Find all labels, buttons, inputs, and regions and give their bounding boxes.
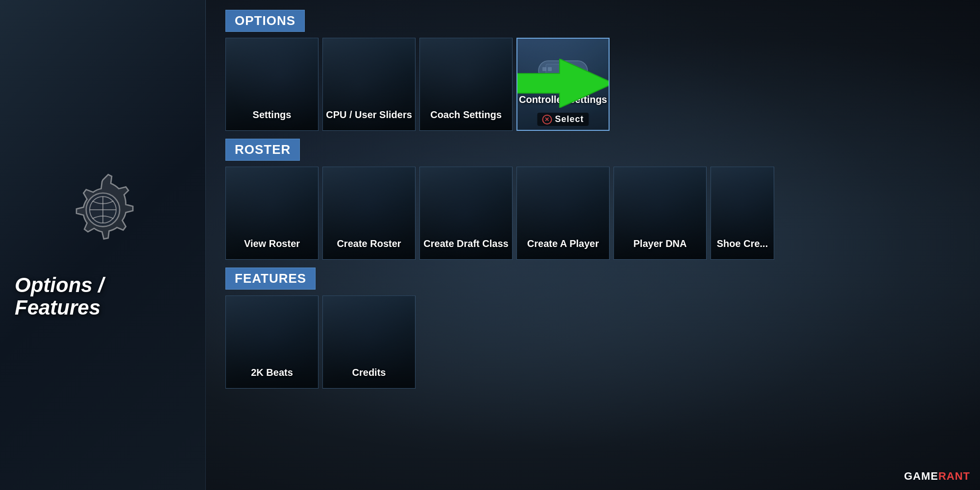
player-dna-tile[interactable]: Player DNA bbox=[613, 167, 707, 260]
settings-tile[interactable]: Settings bbox=[225, 38, 318, 131]
cpu-user-sliders-tile[interactable]: CPU / User Sliders bbox=[322, 38, 416, 131]
features-header: FEATURES bbox=[225, 268, 316, 290]
circle-x-icon: ✕ bbox=[542, 115, 552, 124]
view-roster-tile[interactable]: View Roster bbox=[225, 167, 318, 260]
create-draft-class-label: Create Draft Class bbox=[423, 238, 508, 249]
arrow-indicator bbox=[516, 59, 610, 110]
2k-beats-label: 2K Beats bbox=[251, 367, 293, 378]
green-arrow-icon bbox=[516, 59, 610, 108]
options-grid: Settings CPU / User Sliders Coach Settin… bbox=[225, 38, 970, 131]
create-a-player-tile[interactable]: Create A Player bbox=[516, 167, 610, 260]
cpu-sliders-label: CPU / User Sliders bbox=[326, 109, 412, 121]
2k-beats-tile[interactable]: 2K Beats bbox=[225, 295, 318, 389]
create-draft-class-tile[interactable]: Create Draft Class bbox=[419, 167, 513, 260]
watermark-text: GAMERANT bbox=[904, 470, 970, 482]
coach-settings-tile[interactable]: Coach Settings bbox=[419, 38, 513, 131]
player-dna-label: Player DNA bbox=[634, 238, 687, 249]
watermark-game: GAME bbox=[904, 470, 938, 482]
settings-label: Settings bbox=[253, 109, 292, 121]
gear-basketball-icon bbox=[59, 171, 147, 259]
create-roster-tile[interactable]: Create Roster bbox=[322, 167, 416, 260]
credits-tile[interactable]: Credits bbox=[322, 295, 416, 389]
main-content: OPTIONS Settings CPU / User Sliders Coac… bbox=[206, 0, 980, 490]
options-section: OPTIONS Settings CPU / User Sliders Coac… bbox=[225, 10, 970, 131]
svg-marker-8 bbox=[516, 59, 610, 108]
roster-grid: View Roster Create Roster Create Draft C… bbox=[225, 167, 970, 260]
shoe-creator-tile[interactable]: Shoe Cre... bbox=[710, 167, 774, 260]
select-badge: ✕ Select bbox=[537, 113, 588, 126]
credits-label: Credits bbox=[352, 367, 386, 378]
create-roster-label: Create Roster bbox=[337, 238, 401, 249]
controller-settings-tile[interactable]: Controller Settings ✕ Select bbox=[516, 38, 610, 131]
watermark-rant: RANT bbox=[938, 470, 970, 482]
select-text: Select bbox=[555, 114, 584, 124]
shoe-creator-label: Shoe Cre... bbox=[717, 238, 768, 249]
page-title: Options / Features bbox=[0, 274, 205, 319]
roster-header: ROSTER bbox=[225, 139, 300, 161]
features-grid: 2K Beats Credits bbox=[225, 295, 970, 389]
features-section: FEATURES 2K Beats Credits bbox=[225, 268, 970, 389]
view-roster-label: View Roster bbox=[244, 238, 300, 249]
roster-section: ROSTER View Roster Create Roster Create … bbox=[225, 139, 970, 260]
options-header: OPTIONS bbox=[225, 10, 305, 32]
create-a-player-label: Create A Player bbox=[527, 238, 599, 249]
watermark: GAMERANT bbox=[904, 470, 970, 483]
left-panel: Options / Features bbox=[0, 0, 206, 490]
coach-settings-label: Coach Settings bbox=[430, 109, 502, 121]
